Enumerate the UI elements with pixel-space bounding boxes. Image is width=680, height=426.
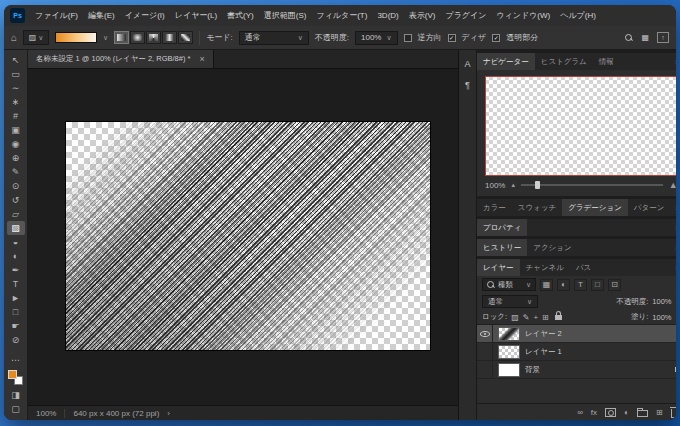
menu-window[interactable]: ウィンドウ(W)	[491, 5, 555, 26]
gradient-tool[interactable]: ▨	[7, 221, 25, 235]
clone-stamp-tool[interactable]: ⊙	[7, 179, 25, 193]
zoom-slider-thumb[interactable]	[535, 181, 540, 189]
tab-swatches[interactable]: スウォッチ	[512, 199, 562, 216]
chevron-down-icon[interactable]: ∨	[675, 298, 676, 306]
home-icon[interactable]: ⌂	[11, 32, 17, 43]
layer-row-2[interactable]: レイヤー 2	[477, 325, 676, 343]
workspace-icon[interactable]: ▦	[641, 33, 649, 42]
panel-menu-icon[interactable]: ≡	[670, 259, 676, 276]
blur-tool[interactable]: ◒	[7, 235, 25, 249]
layer-thumbnail[interactable]	[498, 327, 520, 341]
frame-tool[interactable]: ▣	[7, 123, 25, 137]
menu-file[interactable]: ファイル(F)	[30, 5, 83, 26]
layer-row-background[interactable]: 背景	[477, 361, 676, 379]
move-tool[interactable]: ↖	[7, 53, 25, 67]
menu-image[interactable]: イメージ(I)	[120, 5, 170, 26]
lock-position-icon[interactable]: +	[533, 313, 538, 322]
chevron-down-icon[interactable]: ∨	[103, 34, 108, 42]
navigator-zoom-slider[interactable]	[521, 184, 663, 186]
layer-filter-select[interactable]: 種類 ∨	[482, 278, 536, 291]
menu-filter[interactable]: フィルター(T)	[311, 5, 372, 26]
hand-tool[interactable]: ☛	[7, 319, 25, 333]
type-tool[interactable]: T	[7, 277, 25, 291]
tab-gradients[interactable]: グラデーション	[562, 199, 628, 216]
lock-paint-icon[interactable]: ✎	[523, 313, 530, 322]
layer-name[interactable]: レイヤー 1	[525, 347, 562, 357]
eyedropper-tool[interactable]: ◉	[7, 137, 25, 151]
lock-transparent-icon[interactable]: ▨	[511, 313, 519, 322]
chevron-down-icon[interactable]: ∨	[675, 313, 676, 321]
brush-tool[interactable]: ✎	[7, 165, 25, 179]
filter-shape-layers-icon[interactable]: □	[591, 279, 604, 291]
marquee-tool[interactable]: ▭	[7, 67, 25, 81]
menu-type[interactable]: 書式(Y)	[222, 5, 259, 26]
document-canvas[interactable]	[66, 122, 430, 350]
document-tab[interactable]: 名称未設定 1 @ 100% (レイヤー 2, RGB/8#) * ×	[28, 50, 214, 68]
new-group-icon[interactable]	[637, 410, 648, 417]
shape-tool[interactable]: □	[7, 305, 25, 319]
navigator-view-box[interactable]	[485, 76, 676, 176]
panel-menu-icon[interactable]: ≡	[670, 199, 676, 216]
layer-row-1[interactable]: レイヤー 1	[477, 343, 676, 361]
paragraph-panel-icon[interactable]: ¶	[465, 80, 470, 90]
character-panel-icon[interactable]: A	[464, 59, 470, 69]
visibility-toggle[interactable]	[477, 325, 493, 343]
delete-layer-icon[interactable]	[671, 409, 676, 418]
filter-pixel-layers-icon[interactable]: ▦	[540, 279, 553, 291]
diamond-gradient-button[interactable]	[178, 31, 193, 44]
navigator-preview[interactable]	[485, 76, 676, 176]
edit-toolbar-button[interactable]: ⋯	[7, 353, 25, 367]
linear-gradient-button[interactable]	[114, 31, 129, 44]
tab-history[interactable]: ヒストリー	[477, 239, 527, 256]
tab-layers[interactable]: レイヤー	[477, 259, 520, 276]
reverse-checkbox[interactable]	[404, 34, 412, 42]
filter-smart-objects-icon[interactable]: ⊡	[608, 279, 621, 291]
layer-blend-mode-select[interactable]: 通常 ∨	[482, 295, 538, 308]
path-select-tool[interactable]: ►	[7, 291, 25, 305]
panel-menu-icon[interactable]: ≡	[670, 219, 676, 236]
quick-mask-button[interactable]: ◨	[7, 388, 25, 402]
reflected-gradient-button[interactable]	[162, 31, 177, 44]
quick-select-tool[interactable]: ∗	[7, 95, 25, 109]
tab-info[interactable]: 情報	[593, 53, 620, 70]
tab-navigator[interactable]: ナビゲーター	[477, 53, 535, 70]
status-zoom[interactable]: 100%	[36, 409, 65, 418]
panel-menu-icon[interactable]: ≡	[670, 239, 676, 256]
crop-tool[interactable]: #	[7, 109, 25, 123]
lasso-tool[interactable]: ∼	[7, 81, 25, 95]
foreground-color-swatch[interactable]	[8, 370, 17, 379]
lock-artboard-icon[interactable]: ⊞	[542, 313, 549, 322]
color-swatches[interactable]	[8, 370, 23, 385]
link-layers-icon[interactable]: ∞	[577, 408, 583, 417]
tab-channels[interactable]: チャンネル	[520, 259, 570, 276]
healing-tool[interactable]: ⊕	[7, 151, 25, 165]
add-mask-icon[interactable]	[605, 408, 616, 417]
menu-view[interactable]: 表示(V)	[404, 5, 441, 26]
zoom-tool[interactable]: ⊘	[7, 333, 25, 347]
tab-patterns[interactable]: パターン	[628, 199, 671, 216]
search-icon[interactable]	[625, 34, 633, 42]
navigator-zoom-value[interactable]: 100%	[485, 181, 505, 190]
angle-gradient-button[interactable]	[146, 31, 161, 44]
zoom-in-icon[interactable]: ▲	[669, 180, 676, 190]
dodge-tool[interactable]: ◐	[7, 249, 25, 263]
adjustment-layer-icon[interactable]: ◐	[624, 408, 629, 417]
new-layer-icon[interactable]: ⊞	[656, 408, 663, 417]
visibility-toggle[interactable]	[477, 361, 493, 379]
menu-select[interactable]: 選択範囲(S)	[259, 5, 312, 26]
fill-value[interactable]: 100%	[652, 313, 671, 322]
menu-plugins[interactable]: プラグイン	[440, 5, 491, 26]
screen-mode-button[interactable]: ▢	[7, 402, 25, 416]
visibility-toggle[interactable]	[477, 343, 493, 361]
layer-opacity-value[interactable]: 100%	[652, 297, 671, 306]
transparency-checkbox[interactable]: ✓	[492, 34, 500, 42]
radial-gradient-button[interactable]	[130, 31, 145, 44]
menu-help[interactable]: ヘルプ(H)	[555, 5, 601, 26]
eraser-tool[interactable]: ▱	[7, 207, 25, 221]
menu-edit[interactable]: 編集(E)	[83, 5, 120, 26]
tab-color[interactable]: カラー	[477, 199, 512, 216]
opacity-select[interactable]: 100% ∨	[355, 31, 398, 45]
pen-tool[interactable]: ✒	[7, 263, 25, 277]
tab-actions[interactable]: アクション	[527, 239, 577, 256]
layer-thumbnail[interactable]	[498, 363, 520, 377]
